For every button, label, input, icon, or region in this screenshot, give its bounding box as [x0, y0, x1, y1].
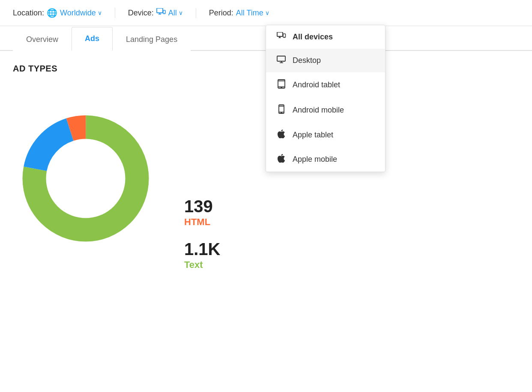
tab-ads-label: Ads: [85, 34, 99, 43]
location-filter: Location: 🌐 Worldwide ∨: [13, 8, 115, 18]
android-mobile-icon: [276, 104, 287, 116]
device-chevron-icon: ∨: [179, 9, 183, 16]
svg-point-16: [281, 87, 282, 88]
donut-chart: [13, 106, 158, 251]
stat-text-label: Text: [184, 259, 221, 270]
period-value-text: All Time: [236, 9, 263, 18]
dropdown-item-android-tablet-label: Android tablet: [293, 80, 340, 89]
dropdown-item-apple-tablet[interactable]: Apple tablet: [266, 123, 385, 147]
android-tablet-icon: [276, 79, 287, 91]
dropdown-item-desktop[interactable]: Desktop: [266, 49, 385, 72]
stat-html-number: 139: [184, 198, 221, 215]
period-value[interactable]: All Time ∨: [236, 9, 269, 18]
desktop-icon: [276, 56, 287, 65]
device-label: Device:: [128, 9, 154, 18]
tab-landing-pages-label: Landing Pages: [126, 35, 177, 44]
tab-landing-pages[interactable]: Landing Pages: [113, 28, 191, 51]
tab-overview[interactable]: Overview: [13, 28, 72, 51]
device-value[interactable]: All ∨: [168, 9, 183, 18]
period-filter: Period: All Time ∨: [209, 9, 282, 18]
globe-icon: 🌐: [47, 8, 57, 18]
apple-mobile-icon: [276, 154, 287, 165]
dropdown-item-apple-mobile[interactable]: Apple mobile: [266, 147, 385, 172]
svg-point-22: [281, 113, 282, 113]
dropdown-item-android-mobile[interactable]: Android mobile: [266, 98, 385, 123]
location-label: Location:: [13, 9, 44, 18]
tab-ads[interactable]: Ads: [72, 27, 113, 51]
all-devices-icon: [276, 32, 287, 42]
location-value-text: Worldwide: [60, 9, 96, 18]
stat-html: 139 HTML: [184, 198, 221, 228]
location-value[interactable]: Worldwide ∨: [60, 9, 102, 18]
svg-rect-0: [157, 8, 163, 13]
stat-text-number: 1.1K: [184, 241, 221, 258]
device-dropdown: All devices Desktop Android tablet: [266, 25, 386, 172]
dropdown-item-android-mobile-label: Android mobile: [293, 106, 344, 115]
dropdown-item-all-devices-label: All devices: [293, 33, 333, 42]
dropdown-item-android-tablet[interactable]: Android tablet: [266, 72, 385, 98]
period-chevron-icon: ∨: [265, 9, 269, 16]
dropdown-item-apple-mobile-label: Apple mobile: [293, 155, 337, 164]
svg-rect-5: [277, 32, 283, 36]
tab-overview-label: Overview: [26, 35, 58, 44]
apple-tablet-icon: [276, 130, 287, 140]
location-chevron-icon: ∨: [98, 9, 102, 16]
stat-html-label: HTML: [184, 217, 221, 228]
stat-text: 1.1K Text: [184, 241, 221, 270]
dropdown-item-desktop-label: Desktop: [293, 56, 321, 65]
stats-panel: 139 HTML 1.1K Text: [184, 86, 221, 270]
device-value-text: All: [168, 9, 177, 18]
svg-rect-10: [277, 56, 285, 61]
dropdown-item-apple-tablet-label: Apple tablet: [293, 131, 333, 140]
device-icon: [156, 8, 166, 18]
period-label: Period:: [209, 9, 233, 18]
dropdown-item-all-devices[interactable]: All devices: [266, 25, 385, 49]
filter-bar: Location: 🌐 Worldwide ∨ Device: All ∨ Pe…: [0, 0, 532, 26]
device-filter: Device: All ∨: [128, 8, 196, 18]
